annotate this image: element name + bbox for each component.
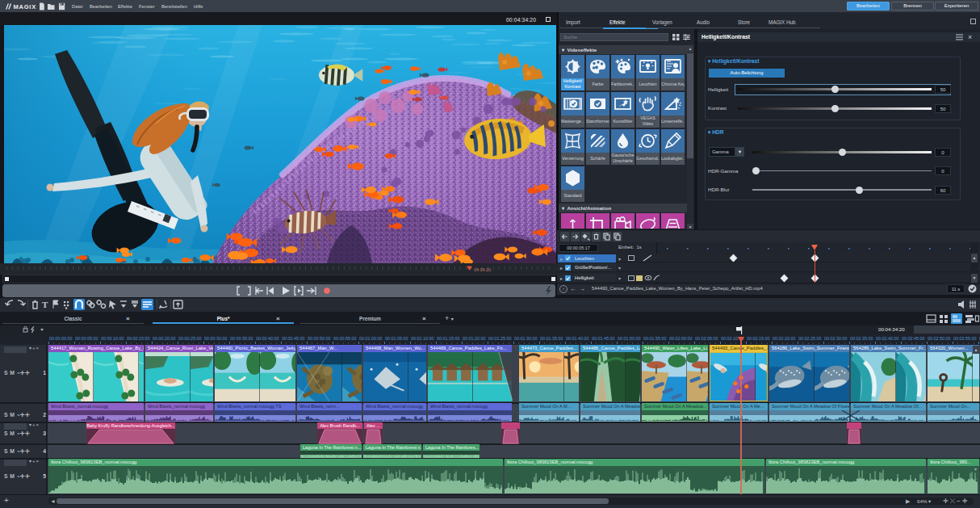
svg-text:00:00:00:00: 00:00:00:00	[49, 336, 72, 341]
svg-text:00:00:50:00: 00:00:50:00	[308, 336, 330, 341]
svg-text:00:00:35:00: 00:00:35:00	[230, 336, 253, 341]
svg-text:00:01:05:00: 00:01:05:00	[385, 336, 408, 341]
svg-text:04:34:20: 04:34:20	[474, 267, 491, 272]
svg-text:00:00:55:00: 00:00:55:00	[333, 336, 356, 341]
svg-text:00:00:25:00: 00:00:25:00	[178, 336, 201, 341]
svg-text:00:02:15:00: 00:02:15:00	[747, 336, 769, 341]
svg-text:00:02:00:00: 00:02:00:00	[669, 336, 692, 341]
svg-text:00:01:55:00: 00:01:55:00	[643, 336, 666, 341]
svg-text:00:00:45:00: 00:00:45:00	[282, 336, 304, 341]
svg-text:00:00:40:00: 00:00:40:00	[256, 336, 279, 341]
svg-text:T: T	[42, 300, 48, 309]
svg-text:00:02:45:00: 00:02:45:00	[902, 336, 924, 341]
svg-text:MAGIX: MAGIX	[14, 3, 36, 10]
svg-text:00:00:05:00: 00:00:05:00	[75, 336, 98, 341]
svg-text:00:01:10:00: 00:01:10:00	[411, 336, 433, 341]
svg-text:00:01:15:00: 00:01:15:00	[437, 336, 459, 341]
svg-text:00:00:30:00: 00:00:30:00	[204, 336, 227, 341]
svg-text:00:02:50:00: 00:02:50:00	[928, 336, 950, 341]
svg-text:00:01:50:00: 00:01:50:00	[618, 336, 640, 341]
svg-text:00:02:55:00: 00:02:55:00	[953, 336, 976, 341]
svg-text:00:01:20:00: 00:01:20:00	[463, 336, 485, 341]
svg-text:00:01:35:00: 00:01:35:00	[540, 336, 563, 341]
svg-text:00:01:00:00: 00:01:00:00	[359, 336, 382, 341]
svg-text:00:02:20:00: 00:02:20:00	[773, 336, 795, 341]
svg-text:00:00:10:00: 00:00:10:00	[101, 336, 124, 341]
svg-text:00:02:40:00: 00:02:40:00	[876, 336, 898, 341]
svg-text:00:00:20:00: 00:00:20:00	[153, 336, 175, 341]
svg-text:00:01:40:00: 00:01:40:00	[566, 336, 588, 341]
svg-text:00:00:15:00: 00:00:15:00	[127, 336, 149, 341]
svg-text:00:02:35:00: 00:02:35:00	[850, 336, 873, 341]
svg-text:00:01:30:00: 00:01:30:00	[514, 336, 537, 341]
svg-text:00:02:30:00: 00:02:30:00	[824, 336, 847, 341]
svg-text:00:02:05:00: 00:02:05:00	[695, 336, 718, 341]
svg-text:00:01:25:00: 00:01:25:00	[488, 336, 511, 341]
svg-text:00:02:25:00: 00:02:25:00	[798, 336, 821, 341]
svg-text:00:01:45:00: 00:01:45:00	[592, 336, 614, 341]
